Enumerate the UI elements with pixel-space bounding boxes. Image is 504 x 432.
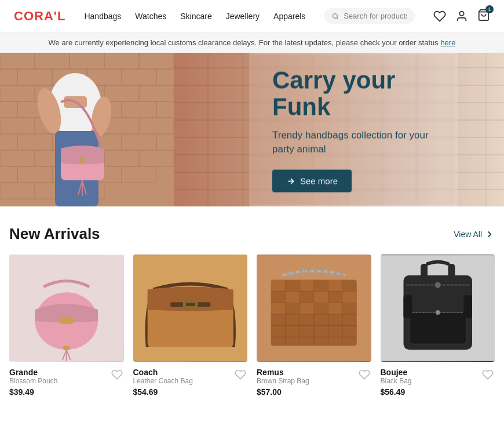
product-price-remus: $57.00	[257, 387, 357, 397]
arrow-right-icon	[286, 176, 295, 186]
announcement-text: We are currently experiencing local cust…	[49, 38, 441, 47]
product-info-boujee: Boujee Black Bag $56.49	[381, 368, 495, 397]
product-card-boujee[interactable]: Boujee Black Bag $56.49	[381, 255, 495, 397]
svg-point-57	[79, 157, 85, 163]
product-details-boujee: Boujee Black Bag $56.49	[381, 368, 481, 397]
wishlist-btn-grande[interactable]	[110, 368, 124, 384]
wishlist-btn-remus[interactable]	[357, 368, 371, 384]
nav-apparels[interactable]: Apparels	[273, 12, 305, 21]
svg-point-107	[435, 310, 440, 315]
products-grid: Grande Blossom Pouch $39.49	[9, 255, 495, 397]
product-image-remus	[257, 255, 371, 362]
hero-title: Carry your Funk	[272, 67, 434, 120]
svg-rect-95	[285, 291, 300, 303]
product-subtitle-coach: Leather Coach Bag	[133, 377, 234, 385]
hero-cta-label: See more	[300, 176, 338, 186]
search-icon	[332, 12, 339, 20]
announcement-bar: We are currently experiencing local cust…	[0, 32, 504, 53]
search-input[interactable]	[344, 12, 407, 20]
logo-text: CORA	[14, 9, 54, 23]
cart-count: 1	[485, 5, 494, 13]
product-details-grande: Grande Blossom Pouch $39.49	[9, 368, 110, 397]
hero-banner: Carry your Funk Trendy handbags collecti…	[0, 53, 504, 206]
new-arrivals-section: New Arrivals View All	[0, 206, 504, 406]
svg-rect-97	[342, 291, 357, 303]
svg-rect-100	[328, 303, 342, 314]
svg-point-68	[63, 346, 70, 350]
svg-rect-74	[185, 303, 195, 306]
heart-icon-remus	[359, 369, 370, 380]
heart-icon-grande	[111, 369, 123, 380]
svg-rect-94	[328, 280, 342, 292]
nav-handbags[interactable]: Handbags	[84, 12, 121, 21]
product-info-grande: Grande Blossom Pouch $39.49	[9, 368, 124, 397]
cart-icon-wrapper[interactable]: 1	[477, 9, 490, 24]
svg-rect-64	[60, 317, 74, 324]
svg-rect-105	[409, 313, 466, 344]
product-details-remus: Remus Brown Strap Bag $57.00	[257, 368, 357, 397]
svg-rect-98	[271, 303, 286, 314]
hero-subtitle: Trendy handbags collection for your part…	[272, 128, 434, 156]
svg-point-109	[434, 282, 440, 288]
hero-person-illustration	[0, 53, 174, 206]
product-subtitle-remus: Brown Strap Bag	[257, 377, 357, 385]
svg-rect-96	[314, 291, 328, 303]
view-all-label: View All	[454, 230, 482, 239]
product-price-grande: $39.49	[9, 387, 110, 397]
section-title: New Arrivals	[9, 225, 100, 243]
announcement-link[interactable]: here	[440, 38, 455, 47]
svg-point-2	[459, 11, 463, 15]
product-subtitle-boujee: Black Bag	[381, 377, 481, 385]
nav-jewellery[interactable]: Jewellery	[226, 12, 260, 21]
brand-logo[interactable]: CORA'L	[14, 9, 65, 24]
header-icons: 1	[433, 9, 490, 24]
product-card-remus[interactable]: Remus Brown Strap Bag $57.00	[257, 255, 371, 397]
product-info-coach: Coach Leather Coach Bag $54.69	[133, 368, 248, 397]
wishlist-btn-coach[interactable]	[233, 368, 247, 384]
product-image-grande	[9, 255, 124, 362]
svg-rect-93	[300, 280, 314, 292]
view-all-button[interactable]: View All	[454, 229, 495, 239]
product-subtitle-grande: Blossom Pouch	[9, 377, 110, 385]
search-bar[interactable]	[324, 8, 415, 24]
main-nav: Handbags Watches Skincare Jewellery Appa…	[84, 12, 305, 21]
product-image-boujee	[381, 255, 495, 362]
product-name-remus: Remus	[257, 368, 357, 377]
logo-accent: 'L	[54, 9, 66, 23]
heart-icon-coach	[235, 369, 246, 380]
product-price-coach: $54.69	[133, 387, 234, 397]
chevron-right-icon	[484, 229, 495, 239]
heart-icon-boujee	[482, 369, 494, 380]
product-name-boujee: Boujee	[381, 368, 481, 377]
section-header: New Arrivals View All	[9, 225, 495, 243]
nav-skincare[interactable]: Skincare	[180, 12, 211, 21]
svg-point-0	[333, 13, 338, 18]
svg-rect-110	[403, 295, 412, 318]
product-image-coach	[133, 255, 248, 362]
product-name-coach: Coach	[133, 368, 234, 377]
svg-rect-111	[463, 295, 472, 318]
product-name-grande: Grande	[9, 368, 110, 377]
nav-watches[interactable]: Watches	[135, 12, 166, 21]
svg-rect-92	[271, 280, 286, 292]
product-details-coach: Coach Leather Coach Bag $54.69	[133, 368, 234, 397]
svg-rect-99	[300, 303, 314, 314]
wishlist-icon[interactable]	[433, 10, 446, 23]
hero-cta-button[interactable]: See more	[272, 170, 352, 193]
site-header: CORA'L Handbags Watches Skincare Jewelle…	[0, 0, 504, 32]
hero-content: Carry your Funk Trendy handbags collecti…	[249, 53, 458, 206]
svg-line-1	[337, 17, 338, 19]
product-card-grande[interactable]: Grande Blossom Pouch $39.49	[9, 255, 124, 397]
account-icon[interactable]	[455, 10, 468, 23]
product-info-remus: Remus Brown Strap Bag $57.00	[257, 368, 371, 397]
product-price-boujee: $56.49	[381, 387, 481, 397]
product-card-coach[interactable]: Coach Leather Coach Bag $54.69	[133, 255, 248, 397]
wishlist-btn-boujee[interactable]	[481, 368, 495, 384]
